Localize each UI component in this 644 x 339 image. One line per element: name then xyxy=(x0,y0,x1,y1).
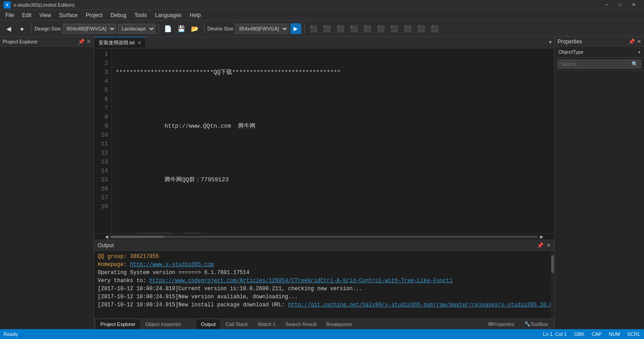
title-bar: X x-studio365(Limited Edition) ─ □ ✕ xyxy=(0,0,644,10)
output-panel: Output 📌 ✕ QQ group: 386217855 Homepage:… xyxy=(94,240,554,329)
editor-tab-active[interactable]: 安装使用说明.txt ✕ xyxy=(94,37,146,48)
properties-icon: ⊞ xyxy=(488,321,492,327)
menu-help[interactable]: Help xyxy=(186,11,204,19)
props-actions: 📌 ✕ xyxy=(628,39,641,45)
menu-surface[interactable]: Surface xyxy=(56,11,81,19)
forward-button[interactable]: ● xyxy=(16,23,28,34)
output-line-7: [2017-10-12 10:00:24.915]New install pac… xyxy=(98,301,547,309)
search-input[interactable] xyxy=(561,61,630,67)
device-size-select[interactable]: 854x480[FWVGA] xyxy=(235,24,289,34)
center-area: 安装使用说明.txt ✕ ▾ 12345 678910 1112131415 1… xyxy=(94,37,554,329)
distribute-h-button[interactable]: ⬛ xyxy=(375,23,387,34)
align-left-button[interactable]: ⬛ xyxy=(308,23,320,34)
status-ln-col: Ln 1, Col 1 xyxy=(543,331,567,337)
status-right: Ln 1, Col 1 GBK CAP NUM SCRL xyxy=(543,331,640,337)
menu-debug[interactable]: Debug xyxy=(107,11,130,19)
align-bottom-button[interactable]: ⬛ xyxy=(362,23,373,34)
tab-breakpoints[interactable]: Breakpoints xyxy=(322,319,357,329)
align-right-button[interactable]: ⬛ xyxy=(335,23,346,34)
code-line-6 xyxy=(116,202,551,211)
project-explorer-header: Project Explorer 📌 ✕ xyxy=(0,37,94,47)
panel-close-button[interactable]: ✕ xyxy=(86,39,91,45)
object-type-row: ObjectType ▾ xyxy=(555,47,644,58)
code-line-5: 腾牛网QQ群：77959123 xyxy=(116,176,551,185)
scrollbar-track[interactable] xyxy=(110,236,538,238)
menu-bar: File Edit View Surface Project Debug Too… xyxy=(0,10,644,21)
tab-properties[interactable]: ⊞ Properties xyxy=(484,319,519,329)
design-size-label: Design Size xyxy=(35,26,61,31)
tab-arrow[interactable]: ▾ xyxy=(546,37,554,48)
toolbox-icon: 🔧 xyxy=(524,321,531,327)
new-file-button[interactable]: 📄 xyxy=(162,23,174,34)
status-encoding: GBK xyxy=(574,331,584,337)
output-new-version: [2017-10-12 10:00:24.915]New version ava… xyxy=(98,294,298,300)
tab-project-explorer[interactable]: Project Explorer xyxy=(96,319,140,329)
menu-file[interactable]: File xyxy=(2,11,17,19)
code-line-3: http://www.QQtn.com 腾牛网 xyxy=(116,122,551,131)
output-pin-button[interactable]: 📌 xyxy=(537,242,544,249)
open-button[interactable]: 📂 xyxy=(189,23,201,34)
menu-edit[interactable]: Edit xyxy=(18,11,35,19)
zoom-out-button[interactable]: ⬛ xyxy=(429,23,441,34)
left-panel: Project Explorer 📌 ✕ xyxy=(0,37,94,329)
save-button[interactable]: 💾 xyxy=(176,23,187,34)
props-pin-button[interactable]: 📌 xyxy=(628,39,635,45)
tab-object-inspector[interactable]: Object Inspector xyxy=(141,319,186,329)
scrollbar-right-arrow[interactable]: ▶ xyxy=(538,234,545,239)
menu-view[interactable]: View xyxy=(36,11,55,19)
tab-search-result[interactable]: Search Result xyxy=(281,319,321,329)
code-line-7: ┌──────────┐ ┌────┐ xyxy=(116,229,551,233)
output-line-3: Operating System version ======> 6.1.760… xyxy=(98,269,547,277)
output-thanks-link[interactable]: https://www.codeproject.com/Articles/126… xyxy=(149,278,453,284)
distribute-v-button[interactable]: ⬛ xyxy=(389,23,400,34)
output-close-button[interactable]: ✕ xyxy=(546,242,551,249)
bottom-tabs: Project Explorer Object Inspector Output… xyxy=(94,318,554,329)
toolbar-separator-1 xyxy=(31,24,31,34)
device-size-label: Device Size xyxy=(207,26,233,31)
toolbar: ◀ ● Design Size 854x480[FWVGA] Landscape… xyxy=(0,21,644,37)
back-button[interactable]: ◀ xyxy=(3,23,14,34)
code-content: ****************************QQ下载********… xyxy=(112,48,554,233)
editor-tabs: 安装使用说明.txt ✕ ▾ xyxy=(94,37,554,48)
align-center-button[interactable]: ⬛ xyxy=(321,23,333,34)
menu-languages[interactable]: Languages xyxy=(151,11,185,19)
object-type-dropdown[interactable]: ▾ xyxy=(638,50,640,55)
props-close-button[interactable]: ✕ xyxy=(637,39,641,45)
line-numbers: 12345 678910 1112131415 161718 xyxy=(94,48,112,233)
project-explorer-title: Project Explorer xyxy=(3,39,38,44)
project-tree xyxy=(0,47,94,329)
tab-output[interactable]: Output xyxy=(196,319,220,329)
tab-watch-1[interactable]: Watch 1 xyxy=(253,319,280,329)
tab-toolbox[interactable]: 🔧 ToolBox xyxy=(520,319,553,329)
output-actions: 📌 ✕ xyxy=(537,242,551,249)
menu-tools[interactable]: Tools xyxy=(131,11,151,19)
app-icon: X xyxy=(4,1,11,9)
status-ready: Ready xyxy=(4,331,18,337)
design-size-select[interactable]: 854x480[FWVGA] xyxy=(63,24,116,34)
orientation-select[interactable]: Landscape xyxy=(118,24,156,34)
play-button[interactable]: ▶ xyxy=(290,23,301,34)
zoom-in-button[interactable]: ⬛ xyxy=(415,23,427,34)
scrollbar-left-arrow[interactable]: ◀ xyxy=(103,234,110,239)
status-scrl: SCRL xyxy=(627,331,640,337)
scrollbar-thumb[interactable] xyxy=(110,236,164,238)
close-button[interactable]: ✕ xyxy=(627,0,640,10)
menu-project[interactable]: Project xyxy=(82,11,106,19)
output-scrollbar-thumb[interactable] xyxy=(551,255,554,273)
pin-button[interactable]: 📌 xyxy=(78,39,85,45)
grid-button[interactable]: ⬛ xyxy=(402,23,414,34)
output-download-url-label: [2017-10-12 10:00:24.915]New install pac… xyxy=(98,302,288,308)
tab-close-button[interactable]: ✕ xyxy=(138,40,141,45)
align-top-button[interactable]: ⬛ xyxy=(348,23,360,34)
output-homepage-link[interactable]: http://www.x-studio365.com xyxy=(130,262,214,268)
minimize-button[interactable]: ─ xyxy=(600,0,614,10)
tab-call-stack[interactable]: Call Stack xyxy=(221,319,252,329)
maximize-button[interactable]: □ xyxy=(614,0,627,10)
editor-area: 12345 678910 1112131415 161718 *********… xyxy=(94,48,554,240)
output-download-url-link[interactable]: http://git.oschina.net/halx99/x-studio36… xyxy=(288,302,551,308)
output-line-1: QQ group: 386217855 xyxy=(98,253,547,261)
toolbar-separator-2 xyxy=(159,24,159,34)
output-area: QQ group: 386217855 Homepage: http://www… xyxy=(94,251,554,318)
output-scrollbar[interactable] xyxy=(551,251,554,318)
editor-horizontal-scrollbar[interactable]: ◀ ▶ xyxy=(94,233,554,240)
